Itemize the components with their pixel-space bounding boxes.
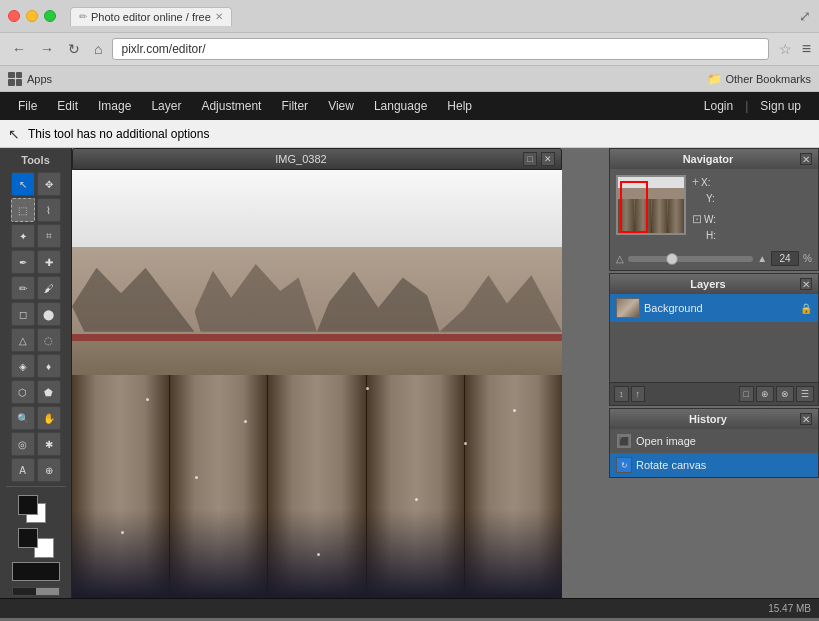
menu-edit[interactable]: Edit — [47, 95, 88, 117]
tool-marquee-lasso[interactable]: ⌇ — [37, 198, 61, 222]
active-tab[interactable]: ✏ Photo editor online / free ✕ — [70, 7, 232, 26]
layer-item-background[interactable]: Background 🔒 — [610, 294, 818, 322]
layer-copy-button[interactable]: ⊕ — [756, 386, 774, 402]
navigator-zoom-row: △ ▲ % — [610, 247, 818, 270]
zoom-in-icon[interactable]: ▲ — [757, 253, 767, 264]
columns-area — [72, 375, 562, 598]
layer-name-background: Background — [644, 302, 796, 314]
w-label: W: — [704, 214, 716, 225]
home-button[interactable]: ⌂ — [90, 39, 106, 59]
tab-close-button[interactable]: ✕ — [215, 11, 223, 22]
layer-new-button[interactable]: □ — [739, 386, 754, 402]
zoom-percent-label: % — [803, 253, 812, 264]
menu-file[interactable]: File — [8, 95, 47, 117]
tool-select[interactable]: ↖ — [11, 172, 35, 196]
window-close-button[interactable]: ✕ — [541, 152, 555, 166]
close-traffic-light[interactable] — [8, 10, 20, 22]
bookmark-star-button[interactable]: ☆ — [779, 41, 792, 57]
tool-sharpen[interactable]: ✱ — [37, 432, 61, 456]
foreground-color-box[interactable] — [18, 495, 38, 515]
tool-eyedropper[interactable]: ✒ — [11, 250, 35, 274]
menu-layer[interactable]: Layer — [141, 95, 191, 117]
login-link[interactable]: Login — [694, 95, 743, 117]
history-item-open[interactable]: ⬛ Open image — [610, 429, 818, 453]
tool-brush[interactable]: 🖌 — [37, 276, 61, 300]
back-button[interactable]: ← — [8, 39, 30, 59]
layers-title: Layers — [616, 278, 800, 290]
tool-blur[interactable]: ◈ — [11, 354, 35, 378]
address-bar[interactable]: pixlr.com/editor/ — [112, 38, 768, 60]
color-picker[interactable] — [18, 495, 54, 524]
refresh-button[interactable]: ↻ — [64, 39, 84, 59]
tool-magic-wand[interactable]: ✦ — [11, 224, 35, 248]
apps-bookmarks[interactable]: Apps — [8, 72, 52, 86]
history-title: History — [616, 413, 800, 425]
minimize-traffic-light[interactable] — [26, 10, 38, 22]
menu-help[interactable]: Help — [437, 95, 482, 117]
tool-zoom[interactable]: 🔍 — [11, 406, 35, 430]
status-right: 15.47 MB — [768, 603, 811, 614]
tab-bar: ✏ Photo editor online / free ✕ — [70, 7, 799, 26]
tool-magnify[interactable]: ⊕ — [37, 458, 61, 482]
menu-image[interactable]: Image — [88, 95, 141, 117]
zoom-slider-handle[interactable] — [666, 253, 678, 265]
history-close-button[interactable]: ✕ — [800, 413, 812, 425]
browser-menu-button[interactable]: ≡ — [802, 40, 811, 58]
browser-frame: ✏ Photo editor online / free ✕ ⤢ ← → ↻ ⌂… — [0, 0, 819, 92]
zoom-slider[interactable] — [628, 256, 753, 262]
forward-button[interactable]: → — [36, 39, 58, 59]
tool-marquee-rect[interactable]: ⬚ — [11, 198, 35, 222]
history-rotate-icon: ↻ — [616, 457, 632, 473]
coord-y-row: Y: — [692, 193, 812, 204]
menu-adjustment[interactable]: Adjustment — [191, 95, 271, 117]
menu-language[interactable]: Language — [364, 95, 437, 117]
tool-text[interactable]: ⬟ — [37, 380, 61, 404]
restore-button[interactable]: ⤢ — [799, 8, 811, 24]
tool-clone[interactable]: ◎ — [11, 432, 35, 456]
snow-particle — [146, 398, 149, 401]
layer-menu-button[interactable]: ☰ — [796, 386, 814, 402]
navigator-title: Navigator — [616, 153, 800, 165]
zoom-value-input[interactable] — [771, 251, 799, 266]
tool-healing[interactable]: ✚ — [37, 250, 61, 274]
menu-view[interactable]: View — [318, 95, 364, 117]
layer-delete-button[interactable]: ⊗ — [776, 386, 794, 402]
tool-eraser[interactable]: ◻ — [11, 302, 35, 326]
history-item-rotate[interactable]: ↻ Rotate canvas — [610, 453, 818, 477]
window-minimize-button[interactable]: □ — [523, 152, 537, 166]
other-bookmarks[interactable]: 📁 Other Bookmarks — [707, 72, 811, 86]
navigator-panel: Navigator ✕ — [609, 148, 819, 271]
history-header: History ✕ — [610, 409, 818, 429]
zoom-out-icon[interactable]: △ — [616, 253, 624, 264]
layer-blend-button[interactable]: ↕ — [614, 386, 629, 402]
layers-close-button[interactable]: ✕ — [800, 278, 812, 290]
nav-bar: ← → ↻ ⌂ pixlr.com/editor/ ☆ ≡ — [0, 32, 819, 66]
coord-plus-icon: + — [692, 175, 699, 189]
selection-tool-icon: ↖ — [8, 126, 20, 142]
tool-move[interactable]: ✥ — [37, 172, 61, 196]
tool-hint-text: This tool has no additional options — [28, 127, 209, 141]
maximize-traffic-light[interactable] — [44, 10, 56, 22]
tool-pencil[interactable]: ✏ — [11, 276, 35, 300]
tool-text-2[interactable]: A — [11, 458, 35, 482]
signup-link[interactable]: Sign up — [750, 95, 811, 117]
file-size-label: 15.47 MB — [768, 603, 811, 614]
snow-particle — [366, 387, 369, 390]
workspace: Tools ↖ ✥ ⬚ ⌇ ✦ ⌗ ✒ ✚ ✏ 🖌 ◻ ⬤ △ ◌ ◈ ♦ ⬡ … — [0, 148, 819, 598]
menu-filter[interactable]: Filter — [271, 95, 318, 117]
layer-up-button[interactable]: ↑ — [631, 386, 646, 402]
tool-hint-bar: ↖ This tool has no additional options — [0, 120, 819, 148]
snow-particle — [244, 420, 247, 423]
tool-smudge[interactable]: ♦ — [37, 354, 61, 378]
tool-dodge[interactable]: ◌ — [37, 328, 61, 352]
navigator-close-button[interactable]: ✕ — [800, 153, 812, 165]
tool-shapes[interactable]: ⬡ — [11, 380, 35, 404]
x-label: X: — [701, 177, 710, 188]
coord-w-row: ⊡ W: — [692, 212, 812, 226]
layer-thumbnail — [616, 298, 640, 318]
capital-area — [72, 341, 562, 375]
tool-paint-bucket[interactable]: ⬤ — [37, 302, 61, 326]
tool-gradient[interactable]: △ — [11, 328, 35, 352]
tool-crop[interactable]: ⌗ — [37, 224, 61, 248]
tool-hand[interactable]: ✋ — [37, 406, 61, 430]
